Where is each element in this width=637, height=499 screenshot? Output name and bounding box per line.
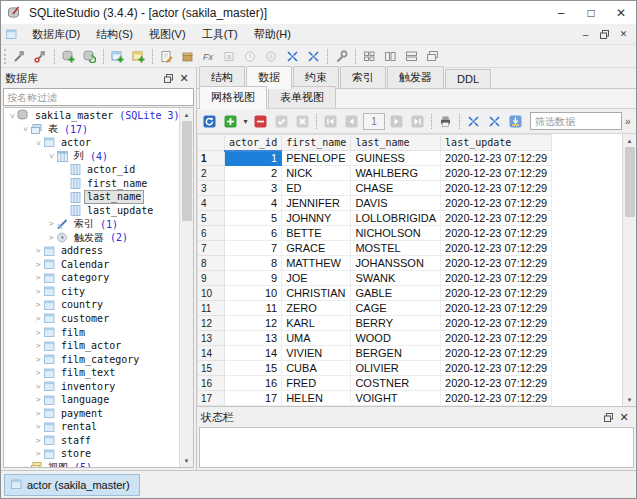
row-header-7[interactable]: 7 <box>198 241 225 256</box>
refresh-icon[interactable] <box>199 112 220 131</box>
cell-last_update[interactable]: 2020-12-23 07:12:29 <box>441 271 552 286</box>
cell-last_name[interactable]: WAHLBERG <box>351 166 441 181</box>
cell-last_update[interactable]: 2020-12-23 07:12:29 <box>441 286 552 301</box>
tree-scrollbar[interactable]: ▲ ▼ <box>179 108 193 467</box>
scroll-up-icon[interactable]: ▲ <box>623 134 636 147</box>
chevron-closed-icon[interactable]: > <box>46 234 56 242</box>
add-database-icon[interactable] <box>58 47 79 66</box>
tree-item-country[interactable]: >country <box>4 299 179 313</box>
table-row[interactable]: 44JENNIFERDAVIS2020-12-23 07:12:29 <box>198 196 552 211</box>
tree-item-sakila_master[interactable]: >sakila_master(SQLite 3) <box>4 109 179 123</box>
row-header-3[interactable]: 3 <box>198 181 225 196</box>
chevron-closed-icon[interactable]: > <box>33 356 43 364</box>
cell-last_update[interactable]: 2020-12-23 07:12:29 <box>441 346 552 361</box>
cell-last_update[interactable]: 2020-12-23 07:12:29 <box>441 391 552 406</box>
tab-触发器[interactable]: 触发器 <box>387 66 444 88</box>
float-panel-icon[interactable] <box>160 71 176 86</box>
tree-item-last_update[interactable]: last_update <box>4 204 179 218</box>
table-row[interactable]: 1616FREDCOSTNER2020-12-23 07:12:29 <box>198 376 552 391</box>
configuration-icon[interactable] <box>331 47 352 66</box>
chevron-closed-icon[interactable]: > <box>33 342 43 350</box>
tree-item-actor[interactable]: >actor <box>4 136 179 150</box>
grid-corner-cell[interactable] <box>198 135 225 151</box>
cell-actor_id[interactable]: 11 <box>225 301 282 316</box>
chevron-closed-icon[interactable]: > <box>33 450 43 458</box>
table-row[interactable]: 1414VIVIENBERGEN2020-12-23 07:12:29 <box>198 346 552 361</box>
plugins-icon[interactable] <box>261 47 282 66</box>
fit-window-icon[interactable] <box>484 112 505 131</box>
menu-item-2[interactable]: 视图(V) <box>141 25 194 44</box>
restore-all-icon[interactable] <box>303 47 324 66</box>
cell-first_name[interactable]: CHRISTIAN <box>282 286 351 301</box>
cell-last_name[interactable]: LOLLOBRIGIDA <box>351 211 441 226</box>
load-full-data-icon[interactable] <box>505 112 526 131</box>
cell-actor_id[interactable]: 17 <box>225 391 282 406</box>
menu-item-3[interactable]: 工具(T) <box>194 25 246 44</box>
ddl-history-icon[interactable] <box>128 47 149 66</box>
last-row-icon[interactable] <box>407 112 428 131</box>
row-header-4[interactable]: 4 <box>198 196 225 211</box>
cell-last_name[interactable]: GUINESS <box>351 151 441 166</box>
chevron-closed-icon[interactable]: > <box>33 423 43 431</box>
chevron-closed-icon[interactable]: > <box>33 437 43 445</box>
prev-row-icon[interactable] <box>341 112 362 131</box>
row-header-15[interactable]: 15 <box>198 361 225 376</box>
table-row[interactable]: 22NICKWAHLBERG2020-12-23 07:12:29 <box>198 166 552 181</box>
cell-last_name[interactable]: SWANK <box>351 271 441 286</box>
cell-last_update[interactable]: 2020-12-23 07:12:29 <box>441 301 552 316</box>
tab-索引[interactable]: 索引 <box>340 66 386 88</box>
cell-first_name[interactable]: VIVIEN <box>282 346 351 361</box>
cell-last_name[interactable]: MOSTEL <box>351 241 441 256</box>
table-row[interactable]: 1111ZEROCAGE2020-12-23 07:12:29 <box>198 301 552 316</box>
chevron-closed-icon[interactable]: > <box>33 301 43 309</box>
cell-actor_id[interactable]: 4 <box>225 196 282 211</box>
cell-last_name[interactable]: JOHANSSON <box>351 256 441 271</box>
tree-scrollbar-thumb[interactable] <box>182 121 192 221</box>
scroll-down-icon[interactable]: ▼ <box>623 393 636 406</box>
row-header-5[interactable]: 5 <box>198 211 225 226</box>
cell-last_update[interactable]: 2020-12-23 07:12:29 <box>441 256 552 271</box>
chevron-open-icon[interactable]: > <box>21 463 29 467</box>
viewtab-表单视图[interactable]: 表单视图 <box>268 86 336 108</box>
first-row-icon[interactable] <box>320 112 341 131</box>
table-row[interactable]: 77GRACEMOSTEL2020-12-23 07:12:29 <box>198 241 552 256</box>
tab-DDL[interactable]: DDL <box>445 69 491 88</box>
chevron-closed-icon[interactable]: > <box>33 288 43 296</box>
minimize-button[interactable]: – <box>546 1 576 24</box>
cell-last_name[interactable]: BERGEN <box>351 346 441 361</box>
row-header-1[interactable]: 1 <box>198 151 225 166</box>
cell-last_update[interactable]: 2020-12-23 07:12:29 <box>441 166 552 181</box>
commit-icon[interactable] <box>271 112 292 131</box>
print-icon[interactable] <box>435 112 456 131</box>
row-header-13[interactable]: 13 <box>198 331 225 346</box>
chevron-closed-icon[interactable]: > <box>46 220 56 228</box>
cell-first_name[interactable]: FRED <box>282 376 351 391</box>
tree-item-actor_id[interactable]: actor_id <box>4 163 179 177</box>
tree-item-film_text[interactable]: >film_text <box>4 366 179 380</box>
mdi-restore-button[interactable] <box>596 27 613 42</box>
row-header-10[interactable]: 10 <box>198 286 225 301</box>
cell-first_name[interactable]: CUBA <box>282 361 351 376</box>
mdi-split-icon[interactable] <box>380 47 401 66</box>
cell-actor_id[interactable]: 1 <box>225 151 282 166</box>
column-header-last_update[interactable]: last_update <box>441 135 552 151</box>
maximize-button[interactable]: □ <box>576 1 606 24</box>
cell-last_update[interactable]: 2020-12-23 07:12:29 <box>441 361 552 376</box>
tree-item-Calendar[interactable]: >Calendar <box>4 258 179 272</box>
disconnect-icon[interactable] <box>30 47 51 66</box>
table-row[interactable]: 88MATTHEWJOHANSSON2020-12-23 07:12:29 <box>198 256 552 271</box>
grid-scrollbar[interactable]: ▲ ▼ <box>622 134 636 406</box>
cell-actor_id[interactable]: 3 <box>225 181 282 196</box>
tree-item-索引[interactable]: >索引(1) <box>4 217 179 231</box>
chevron-closed-icon[interactable]: > <box>33 383 43 391</box>
scroll-down-icon[interactable]: ▼ <box>180 454 193 467</box>
tree-item-film[interactable]: >film <box>4 326 179 340</box>
cell-first_name[interactable]: JOE <box>282 271 351 286</box>
cell-last_update[interactable]: 2020-12-23 07:12:29 <box>441 316 552 331</box>
cell-last_update[interactable]: 2020-12-23 07:12:29 <box>441 181 552 196</box>
delete-row-icon[interactable] <box>250 112 271 131</box>
refresh-database-icon[interactable] <box>79 47 100 66</box>
cell-first_name[interactable]: JENNIFER <box>282 196 351 211</box>
tree-item-inventory[interactable]: >inventory <box>4 380 179 394</box>
cell-actor_id[interactable]: 5 <box>225 211 282 226</box>
